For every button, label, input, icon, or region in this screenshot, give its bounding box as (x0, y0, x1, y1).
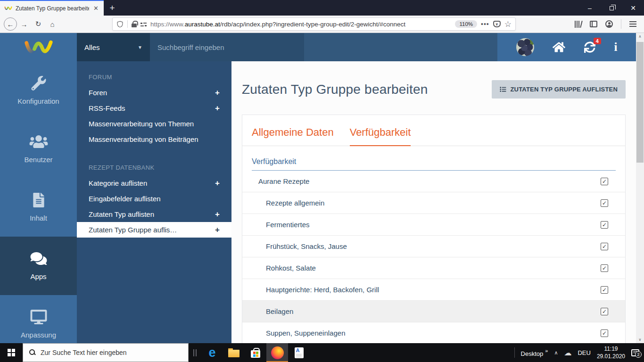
availability-row-fermentiertes[interactable]: Fermentiertes✓ (242, 214, 625, 236)
acp-search-input[interactable] (150, 33, 304, 61)
page-actions-icon[interactable]: ••• (481, 20, 489, 28)
file-icon (29, 193, 48, 209)
close-button[interactable]: ✕ (622, 0, 644, 16)
desktop-toolbar-label[interactable]: Desktop (521, 350, 544, 357)
new-tab-button[interactable]: + (104, 0, 121, 16)
sidebar-item-inhalt[interactable]: Inhalt (0, 178, 77, 237)
bookmark-star-icon[interactable]: ☆ (504, 19, 512, 29)
tracking-shield-icon[interactable] (116, 21, 124, 28)
show-hidden-icons-chevron[interactable]: ∧ (554, 350, 558, 356)
menu-item-kategorie-auflisten[interactable]: Kategorie auflisten+ (77, 175, 231, 191)
availability-row-rezepte-allgemein[interactable]: Rezepte allgemein✓ (242, 192, 625, 214)
info-icon[interactable]: i (614, 41, 617, 54)
menu-item-massenverarbeitung-von-themen[interactable]: Massenverarbeitung von Themen (77, 116, 231, 132)
lock-icon[interactable] (132, 24, 137, 27)
pocket-icon[interactable]: ∨ (493, 21, 501, 27)
account-icon[interactable] (605, 20, 613, 28)
menu-item-eingabefelder-auflisten[interactable]: Eingabefelder auflisten (77, 191, 231, 206)
acp-menu-panel: FORUMForen+RSS-Feeds+Massenverarbeitung … (77, 61, 231, 343)
reload-button[interactable]: ↻ (31, 17, 45, 31)
plus-icon[interactable]: + (215, 210, 220, 219)
language-indicator[interactable]: DEU (578, 349, 590, 356)
availability-row-fr-hst-ck-snacks-jause[interactable]: Frühstück, Snacks, Jause✓ (242, 236, 625, 257)
availability-checkbox[interactable]: ✓ (601, 264, 608, 272)
acp-logo[interactable] (0, 33, 77, 61)
page-scrollbar[interactable]: ∧ ∨ (636, 33, 644, 343)
microsoft-store-icon[interactable] (245, 343, 266, 362)
acp-home-icon[interactable] (553, 41, 565, 53)
restore-button[interactable] (601, 0, 622, 16)
plus-icon[interactable]: + (215, 104, 220, 113)
sidebar-item-label: Benutzer (24, 156, 52, 164)
availability-checkbox[interactable]: ✓ (601, 199, 608, 207)
tab-verf-gbarkeit[interactable]: Verfügbarkeit (350, 126, 411, 146)
availability-checkbox[interactable]: ✓ (601, 221, 608, 229)
taskbar-search-input[interactable] (41, 349, 182, 356)
plus-icon[interactable]: + (215, 88, 220, 97)
chevron-double-icon[interactable]: » (545, 348, 548, 354)
browser-tab-active[interactable]: Zutaten Typ Gruppe bearbeiten ✕ (0, 0, 104, 16)
availability-row-beilagen[interactable]: Beilagen✓ (242, 301, 625, 322)
permissions-icon[interactable] (140, 22, 147, 27)
file-explorer-icon[interactable] (223, 343, 245, 362)
taskbar-search[interactable] (23, 343, 189, 362)
availability-checkbox[interactable]: ✓ (601, 286, 608, 294)
edge-icon[interactable]: e (201, 343, 223, 362)
minimize-button[interactable]: – (579, 0, 601, 16)
clock[interactable]: 11:19 29.01.2020 (597, 345, 625, 360)
browser-toolbar: ← → ↻ ⌂ https://www.aurastube.at/rdb/acp… (0, 16, 644, 33)
menu-item-label: Massenverarbeitung von Beiträgen (89, 135, 198, 144)
window-controls: – ✕ (579, 0, 644, 16)
windows-logo-icon (8, 349, 15, 356)
availability-checkbox[interactable]: ✓ (601, 308, 608, 315)
availability-row-suppen-suppeneinlagen[interactable]: Suppen, Suppeneinlagen✓ (242, 322, 625, 343)
menu-item-zutaten-typ-auflisten[interactable]: Zutaten Typ auflisten+ (77, 206, 231, 222)
action-center-icon[interactable]: 2 (631, 349, 639, 356)
sidebar-item-konfiguration[interactable]: Konfiguration (0, 61, 77, 120)
scrollbar-thumb[interactable] (636, 42, 644, 163)
availability-row-hauptgerichte-herd-backofen-grill[interactable]: Hauptgerichte: Herd, Backofen, Grill✓ (242, 279, 625, 301)
sidebar-toggle-icon[interactable] (590, 21, 597, 27)
availability-checkbox[interactable]: ✓ (601, 243, 608, 250)
back-button[interactable]: ← (4, 17, 17, 31)
user-avatar[interactable] (516, 38, 534, 56)
notification-count-badge: 2 (635, 351, 642, 358)
menu-item-rss-feeds[interactable]: RSS-Feeds+ (77, 100, 231, 116)
screen: Zutaten Typ Gruppe bearbeiten ✕ + – ✕ ← … (0, 0, 644, 362)
availability-row-aurane-rezepte[interactable]: Aurane Rezepte✓ (242, 171, 625, 192)
url-bar[interactable]: https://www.aurastube.at/rdb/acp/index.p… (112, 17, 516, 31)
scroll-up-icon[interactable]: ∧ (636, 33, 644, 40)
home-button[interactable]: ⌂ (45, 17, 59, 31)
sidebar-item-anpassung[interactable]: Anpassung (0, 295, 77, 343)
sync-icon[interactable]: 4 (584, 41, 595, 53)
menu-button[interactable] (629, 21, 636, 27)
forward-button[interactable]: → (17, 17, 31, 31)
menu-item-label: Zutaten Typ Gruppe auflis… (89, 225, 177, 234)
sidebar-item-apps[interactable]: Apps (0, 237, 77, 295)
text-editor-icon[interactable]: A (288, 343, 310, 362)
sidebar-item-benutzer[interactable]: Benutzer (0, 120, 77, 178)
scroll-down-icon[interactable]: ∨ (636, 336, 644, 343)
start-button[interactable] (0, 343, 23, 362)
windows-taskbar: e A Desktop » ∧ ☁ DEU 11:19 29.01.2020 2 (0, 343, 644, 362)
menu-item-foren[interactable]: Foren+ (77, 85, 231, 100)
page-title: Zutaten Typ Gruppe bearbeiten (242, 82, 428, 97)
plus-icon[interactable]: + (215, 179, 220, 188)
search-scope-dropdown[interactable]: Alles ▼ (77, 33, 150, 61)
availability-label: Fermentiertes (242, 221, 310, 229)
woltlab-favicon (4, 5, 12, 11)
availability-row-rohkost-salate[interactable]: Rohkost, Salate✓ (242, 257, 625, 279)
menu-item-zutaten-typ-gruppe-auflis[interactable]: Zutaten Typ Gruppe auflis…+ (77, 222, 231, 238)
onedrive-cloud-icon[interactable]: ☁ (564, 348, 571, 357)
menu-item-massenverarbeitung-von-beitr-gen[interactable]: Massenverarbeitung von Beiträgen (77, 132, 231, 147)
tab-close-icon[interactable]: ✕ (92, 5, 99, 12)
library-icon[interactable] (575, 21, 582, 28)
plus-icon[interactable]: + (215, 225, 220, 234)
availability-checkbox[interactable]: ✓ (601, 329, 608, 337)
firefox-icon[interactable] (266, 343, 288, 362)
url-text[interactable]: https://www.aurastube.at/rdb/acp/index.p… (150, 21, 451, 28)
zoom-indicator[interactable]: 110% (455, 20, 477, 28)
tab-allgemeine-daten[interactable]: Allgemeine Daten (252, 126, 334, 146)
list-group-button[interactable]: ZUTATEN TYP GRUPPE AUFLISTEN (492, 80, 626, 99)
availability-checkbox[interactable]: ✓ (601, 178, 608, 185)
